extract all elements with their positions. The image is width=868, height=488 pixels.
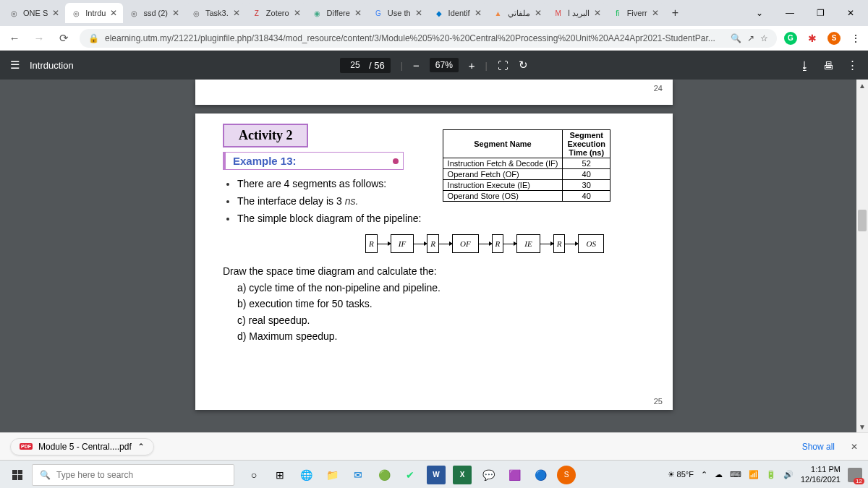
tab-close-button[interactable]: ✕: [294, 8, 301, 18]
tab-title: ONE S: [23, 9, 48, 17]
maximize-button[interactable]: ❐: [806, 3, 835, 23]
volume-icon[interactable]: 🔊: [783, 470, 793, 479]
browser-tab[interactable]: ◎Intrdu✕: [65, 3, 123, 23]
tab-favicon: Z: [252, 8, 262, 18]
scrollbar[interactable]: ▲ ▼: [856, 80, 868, 432]
task-view-icon[interactable]: ⊞: [271, 466, 289, 484]
search-placeholder: Type here to search: [56, 470, 133, 480]
battery-icon[interactable]: 🔋: [766, 470, 776, 479]
tab-close-button[interactable]: ✕: [535, 8, 542, 18]
tab-close-button[interactable]: ✕: [652, 8, 659, 18]
download-icon[interactable]: ⭳: [799, 59, 810, 72]
tray-chevron-icon[interactable]: ⌃: [701, 470, 707, 479]
browser-tab[interactable]: ◎ONE S✕: [3, 3, 65, 23]
table-row: Instruction Execute (IE)30: [443, 180, 610, 191]
table-header: SegmentExecutionTime (ns): [563, 130, 610, 158]
browser-menu-button[interactable]: ⋮: [849, 32, 862, 45]
tab-title: Task3.: [205, 9, 229, 17]
browser-tab[interactable]: Mالبريد ا✕: [548, 3, 607, 23]
edge-icon[interactable]: 🌐: [297, 466, 315, 484]
hamburger-icon[interactable]: ☰: [10, 59, 20, 72]
bookmark-icon[interactable]: ☆: [760, 33, 768, 43]
browser-tab[interactable]: ◆Identif✕: [428, 3, 488, 23]
tab-close-button[interactable]: ✕: [475, 8, 482, 18]
browser-tab[interactable]: ZZotero✕: [246, 3, 307, 23]
extension-grammarly-icon[interactable]: G: [784, 32, 797, 45]
fit-page-icon[interactable]: ⛶: [498, 59, 509, 72]
scroll-thumb[interactable]: [858, 210, 867, 231]
pipeline-stage: OS: [578, 234, 603, 253]
cortana-icon[interactable]: ○: [244, 466, 263, 484]
browser-tab-strip: ◎ONE S✕◎Intrdu✕◎ssd (2)✕◎Task3.✕ZZotero✕…: [0, 0, 868, 26]
app-icon-3[interactable]: S: [557, 466, 576, 484]
download-item[interactable]: PDF Module 5 - Central....pdf ⌃: [10, 438, 154, 455]
browser-tab[interactable]: ◉Differe✕: [307, 3, 367, 23]
browser-tab[interactable]: ▲ملفاتي✕: [488, 3, 548, 23]
page-number-input[interactable]: [346, 60, 365, 70]
pdf-viewport[interactable]: 24 Activity 2 Segment Name SegmentExecut…: [0, 80, 868, 432]
browser-tab[interactable]: GUse th✕: [367, 3, 428, 23]
weather-widget[interactable]: ☀ 85°F: [668, 470, 694, 479]
extension-s-icon[interactable]: S: [827, 32, 841, 45]
reload-button[interactable]: ⟳: [55, 30, 72, 47]
new-tab-button[interactable]: +: [665, 7, 686, 20]
pdf-menu-button[interactable]: ⋮: [847, 59, 858, 72]
todo-icon[interactable]: ✔: [401, 466, 420, 484]
start-button[interactable]: [6, 463, 29, 487]
notifications-button[interactable]: 12: [848, 468, 862, 482]
chevron-up-icon[interactable]: ⌃: [137, 442, 145, 452]
browser-tab[interactable]: ◎ssd (2)✕: [123, 3, 185, 23]
clock[interactable]: 1:11 PM 12/16/2021: [801, 465, 841, 484]
show-all-downloads-link[interactable]: Show all: [802, 442, 835, 452]
word-icon[interactable]: W: [427, 466, 446, 484]
back-button[interactable]: ←: [6, 30, 23, 47]
tab-favicon: ◆: [434, 8, 444, 18]
extension-puzzle-icon[interactable]: ✱: [806, 32, 819, 45]
forward-button[interactable]: →: [30, 30, 48, 47]
minimize-button[interactable]: ―: [775, 3, 804, 23]
zoom-in-button[interactable]: +: [469, 59, 475, 72]
zoom-input[interactable]: [430, 58, 459, 72]
tab-favicon: ▲: [493, 8, 503, 18]
tab-close-button[interactable]: ✕: [415, 8, 422, 18]
scroll-up-arrow[interactable]: ▲: [856, 80, 868, 91]
mail-icon[interactable]: ✉: [349, 466, 367, 484]
downloads-bar: PDF Module 5 - Central....pdf ⌃ Show all…: [0, 432, 868, 460]
app-icon[interactable]: 🟪: [505, 466, 524, 484]
keyboard-icon[interactable]: ⌨: [730, 470, 741, 479]
cloud-icon[interactable]: ☁: [715, 470, 723, 479]
pdf-toolbar: ☰ Intrduction / 56 | − + | ⛶ ↻ ⭳ 🖶 ⋮: [0, 51, 868, 80]
wifi-icon[interactable]: 📶: [749, 470, 759, 479]
table-row: Operand Store (OS)40: [443, 191, 610, 202]
browser-tab[interactable]: ◎Task3.✕: [185, 3, 246, 23]
chevron-down-icon[interactable]: ⌄: [745, 3, 774, 23]
zoom-out-button[interactable]: −: [413, 59, 420, 72]
browser-tab[interactable]: fiFiverr✕: [607, 3, 665, 23]
rotate-icon[interactable]: ↻: [519, 59, 528, 72]
tab-close-button[interactable]: ✕: [233, 8, 240, 18]
chrome-icon[interactable]: 🟢: [375, 466, 393, 484]
tab-close-button[interactable]: ✕: [354, 8, 362, 18]
file-explorer-icon[interactable]: 📁: [323, 466, 341, 484]
excel-icon[interactable]: X: [453, 466, 472, 484]
tab-favicon: ◎: [191, 8, 201, 18]
app-icon-2[interactable]: 🔵: [531, 466, 550, 484]
tab-favicon: ◎: [71, 8, 81, 18]
tab-close-button[interactable]: ✕: [594, 8, 601, 18]
scroll-down-arrow[interactable]: ▼: [856, 421, 868, 432]
pipeline-stage: R: [553, 234, 566, 253]
close-downloads-bar-button[interactable]: ✕: [851, 442, 858, 452]
print-icon[interactable]: 🖶: [823, 59, 834, 72]
taskbar-search[interactable]: 🔍 Type here to search: [32, 464, 234, 486]
pipeline-stage: R: [365, 234, 378, 253]
url-input[interactable]: 🔒 elearning.utm.my/21221/pluginfile.php/…: [80, 29, 777, 48]
table-row: Instruction Fetch & Decode (IF)52: [443, 158, 610, 169]
close-window-button[interactable]: ✕: [836, 3, 865, 23]
tab-close-button[interactable]: ✕: [172, 8, 179, 18]
tab-close-button[interactable]: ✕: [52, 8, 59, 18]
share-icon[interactable]: ↗: [747, 33, 754, 43]
separator: |: [401, 60, 403, 71]
search-in-page-icon[interactable]: 🔍: [731, 33, 741, 43]
tab-close-button[interactable]: ✕: [110, 8, 117, 18]
whatsapp-icon[interactable]: 💬: [479, 466, 498, 484]
